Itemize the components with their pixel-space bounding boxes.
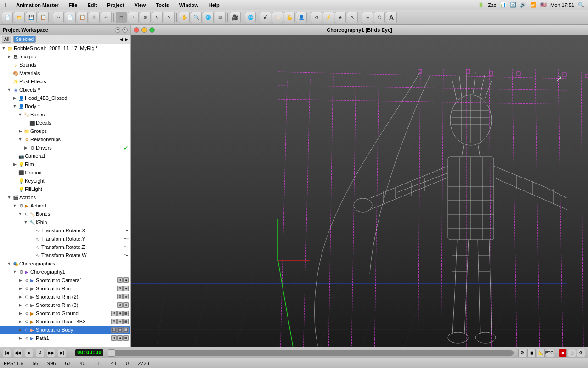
delete-btn[interactable]: 🗑: [89, 12, 100, 23]
undo-btn[interactable]: ↩: [101, 12, 112, 23]
select-btn[interactable]: ◻: [116, 12, 127, 23]
toggle-relationships[interactable]: ▼: [17, 137, 23, 142]
toggle-actions[interactable]: ▼: [6, 195, 12, 200]
vp-close-btn[interactable]: [134, 27, 139, 33]
copy-btn[interactable]: 📄: [65, 12, 76, 23]
tl-scrubber[interactable]: [108, 350, 514, 356]
filter-selected-btn[interactable]: Selected: [13, 36, 36, 43]
tree-item-tr-rw[interactable]: ▶ ∿ Transform.Rotate.W 〜: [0, 251, 130, 259]
ik-btn[interactable]: ⚙: [311, 12, 322, 23]
filter-all-btn[interactable]: All: [2, 36, 11, 43]
tree-item-actions[interactable]: ▼ 🎬 Actions: [0, 193, 130, 201]
toggle-action1[interactable]: ▼: [12, 203, 17, 208]
tl-next-btn[interactable]: ▶▶: [47, 349, 55, 357]
panel-collapse-btn[interactable]: −: [115, 27, 120, 33]
render-btn[interactable]: 🎥: [230, 12, 241, 23]
brush-btn[interactable]: 🖌: [260, 12, 271, 23]
arrow-btn[interactable]: ↖: [347, 12, 358, 23]
toggle-a-bones[interactable]: ▼: [17, 211, 23, 217]
search-icon[interactable]: 🔍: [578, 2, 584, 8]
tl-last-btn[interactable]: ▶|: [58, 349, 66, 357]
tree-item-decals[interactable]: ▶ ⬛ Decals: [0, 119, 130, 127]
tree-item-ground[interactable]: ▶ ⬛ Ground: [0, 168, 130, 177]
tree-item-ishin[interactable]: ▼ 🔧 lShin: [0, 218, 130, 226]
toggle-choreo1[interactable]: ▼: [12, 269, 17, 275]
tree-item-head[interactable]: ▶ 👤 Head_4B3_Closed: [0, 94, 130, 102]
tl-thumb[interactable]: [108, 349, 115, 356]
frame-btn[interactable]: ⊞: [215, 12, 226, 23]
toggle-rim[interactable]: ▶: [12, 161, 17, 167]
tree-item-drivers[interactable]: ▶ ⚙ Drivers ✓: [0, 144, 130, 152]
toggle-body[interactable]: ▼: [12, 104, 17, 109]
orbit-btn[interactable]: 🌐: [203, 12, 214, 23]
tree-item-sc-head[interactable]: ▶ ⚙ ▶ Shortcut to Head_4B3 ⚙ ◈ ▦: [0, 317, 130, 326]
menu-view[interactable]: View: [132, 1, 147, 9]
tree-item-tr-rz[interactable]: ▶ ∿ Transform.Rotate.Z 〜: [0, 243, 130, 251]
tree-item-sc-rim[interactable]: ▶ ⚙ ▶ Shortcut to Rim ⚙ ◈: [0, 284, 130, 293]
tree-item-a-bones[interactable]: ▼ ⚙ 🦴 Bones: [0, 210, 130, 218]
surface-btn[interactable]: ⬡: [374, 12, 385, 23]
save-as-btn[interactable]: 📋: [38, 12, 49, 23]
move-btn[interactable]: ⊕: [140, 12, 151, 23]
toggle-sc-rim3[interactable]: ▶: [17, 302, 23, 308]
tree-item-relationships[interactable]: ▼ ⚙ Relationships: [0, 135, 130, 144]
paste-btn[interactable]: 📋: [77, 12, 88, 23]
tree-item-rim[interactable]: ▶ 💡 Rim: [0, 160, 130, 168]
cut-btn[interactable]: ✂: [53, 12, 64, 23]
toggle-root[interactable]: ▼: [1, 46, 6, 51]
tree-item-materials[interactable]: ▶ 🎨 Materials: [0, 69, 130, 77]
tree-item-action1[interactable]: ▼ ⚙ ▶ Action1: [0, 201, 130, 210]
toggle-sc-rim[interactable]: ▶: [17, 286, 23, 291]
tree-item-bones[interactable]: ▼ 🦴 Bones: [0, 110, 130, 119]
toggle-ishin[interactable]: ▼: [23, 219, 28, 225]
tl-prev-btn[interactable]: ◀◀: [14, 349, 22, 357]
toggle-images[interactable]: ▶: [6, 54, 12, 59]
tl-tool3[interactable]: 📐: [537, 349, 545, 357]
tree-item-root[interactable]: ▼ 📁 RobbieSinclair_2008_11_17_MyRig *: [0, 44, 130, 52]
tree-item-images[interactable]: ▶ 🖼 Images: [0, 52, 130, 61]
net-render-btn[interactable]: 🌐: [245, 12, 256, 23]
tree-item-camera1[interactable]: ▶ 📷 Camera1: [0, 152, 130, 160]
menu-tools[interactable]: Tools: [154, 1, 171, 9]
tree-item-sc-ground[interactable]: ▶ ⚙ ▶ Shortcut to Ground ⚙ ◈ ▦: [0, 309, 130, 317]
pan-btn[interactable]: ✋: [179, 12, 190, 23]
tl-rot-btn[interactable]: ⟳: [577, 349, 585, 357]
tree-item-path1[interactable]: ▶ ⚙ ▶ Path1 ⚙ ◈ ▦: [0, 334, 130, 342]
panel-close-btn[interactable]: ×: [122, 27, 128, 33]
tree-item-groups[interactable]: ▶ 📁 Groups: [0, 127, 130, 135]
toggle-head[interactable]: ▶: [12, 95, 17, 101]
font-btn[interactable]: A: [386, 12, 397, 23]
tl-play-btn[interactable]: ▶: [25, 349, 33, 357]
vp-minimize-btn[interactable]: [141, 27, 147, 33]
tree-item-body[interactable]: ▼ 👤 Body *: [0, 102, 130, 110]
toggle-sc-head[interactable]: ▶: [17, 319, 23, 324]
pose-btn[interactable]: 👤: [296, 12, 307, 23]
vp-maximize-btn[interactable]: [149, 27, 155, 33]
toggle-groups[interactable]: ▶: [17, 128, 23, 134]
tree-item-keylight[interactable]: ▶ 💡 KeyLight: [0, 177, 130, 185]
rotate-btn[interactable]: ↻: [152, 12, 163, 23]
toggle-path1[interactable]: ▶: [17, 335, 23, 341]
viewport[interactable]: Choreography1 [Birds Eye]: [131, 25, 588, 347]
menu-window[interactable]: Window: [177, 1, 200, 9]
tree-item-postfx[interactable]: ▶ ✨ Post Effects: [0, 77, 130, 86]
tl-tool2[interactable]: ◼: [527, 349, 536, 357]
tl-key-btn[interactable]: ◇: [568, 349, 576, 357]
tl-loop-btn[interactable]: ↺: [36, 349, 44, 357]
tree-item-sc-rim3[interactable]: ▶ ⚙ ▶ Shortcut to Rim (3) ⚙ ◈: [0, 301, 130, 309]
tree-item-objects[interactable]: ▼ ◈ Objects *: [0, 86, 130, 94]
toggle-sc-body[interactable]: ▶: [17, 327, 23, 333]
new-btn[interactable]: 📄: [2, 12, 13, 23]
tree-item-sc-body[interactable]: ▶ ⚙ ▶ Shortcut to Body ⚙ ◈ ▦: [0, 326, 130, 334]
scale-btn[interactable]: ⤡: [164, 12, 175, 23]
toggle-objects[interactable]: ▼: [6, 87, 12, 92]
filter-next-btn[interactable]: ▶: [125, 37, 129, 42]
toggle-bones[interactable]: ▼: [17, 112, 23, 117]
add-btn[interactable]: +: [128, 12, 139, 23]
spline-btn[interactable]: ∿: [362, 12, 373, 23]
fk-btn[interactable]: ⚡: [323, 12, 334, 23]
tree-item-tr-ry[interactable]: ▶ ∿ Transform.Rotate.Y 〜: [0, 235, 130, 243]
apple-menu[interactable]: : [4, 1, 6, 9]
tl-tool1[interactable]: ⚙: [518, 349, 526, 357]
menu-project[interactable]: Project: [105, 1, 126, 9]
